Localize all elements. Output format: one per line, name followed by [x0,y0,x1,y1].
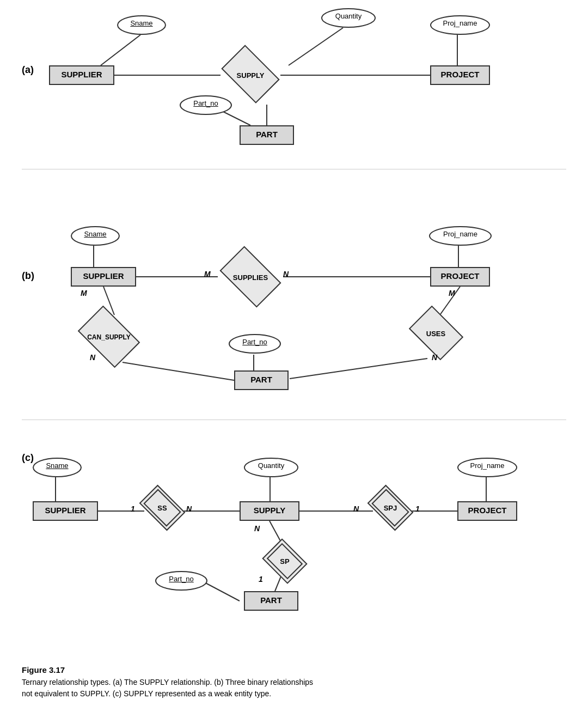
rel-spj-c: SPJ [369,493,412,523]
section-label-c: (c) [22,452,34,464]
entity-supplier-b: SUPPLIER [71,267,136,287]
caption-text: Ternary relationship types. (a) The SUPP… [22,677,566,700]
attr-proj-name-b: Proj_name [429,226,492,246]
entity-project-b: PROJECT [430,267,490,287]
svg-line-25 [201,581,240,601]
entity-part-a: PART [240,125,294,145]
card-n-c3: N [254,524,260,533]
card-1-c2: 1 [415,505,420,513]
caption-title: Figure 3.17 [22,665,566,674]
attr-part-no-c: Part_no [155,571,207,591]
rel-uses-b: USES [407,312,464,355]
card-1-c1: 1 [131,505,135,513]
svg-line-12 [290,358,427,379]
divider-bc [22,420,566,420]
rel-can-supply-b: CAN_SUPPLY [71,312,147,362]
entity-part-c: PART [244,591,298,611]
entity-supplier-a: SUPPLIER [49,65,114,85]
entity-supplier-c: SUPPLIER [33,501,98,521]
attr-sname-a: Sname [117,15,166,35]
rel-ss-c: SS [140,493,184,523]
rel-sp-c: SP [265,545,304,578]
caption-area: Figure 3.17 Ternary relationship types. … [22,665,566,700]
svg-line-21 [275,576,281,591]
card-1-c3: 1 [259,575,263,584]
attr-part-no-b: Part_no [229,334,281,354]
attr-part-no-a: Part_no [180,95,232,115]
entity-supply-c: SUPPLY [240,501,299,521]
attr-quantity-c: Quantity [244,458,298,477]
attr-sname-c: Sname [33,458,82,477]
svg-line-3 [101,35,140,65]
card-m-b3: M [449,289,455,297]
card-m-b2: M [81,289,87,297]
attr-proj-name-c: Proj_name [457,458,517,477]
entity-part-b: PART [234,370,289,390]
card-n-b1: N [283,270,289,278]
svg-line-4 [289,28,343,65]
rel-supplies-b: SUPPLIES [218,255,283,300]
svg-line-10 [122,362,234,380]
entity-project-a: PROJECT [430,65,490,85]
section-label-b: (b) [22,270,34,282]
card-n-c2: N [353,505,359,513]
card-n-c1: N [186,505,192,513]
rel-supply-a: SUPPLY [220,54,280,96]
divider-ab [22,169,566,169]
section-label-a: (a) [22,64,34,76]
card-m-b1: M [204,270,211,278]
attr-quantity-a: Quantity [321,8,376,28]
entity-project-c: PROJECT [457,501,517,521]
attr-sname-b: Sname [71,226,120,246]
attr-proj-name-a: Proj_name [430,15,490,35]
